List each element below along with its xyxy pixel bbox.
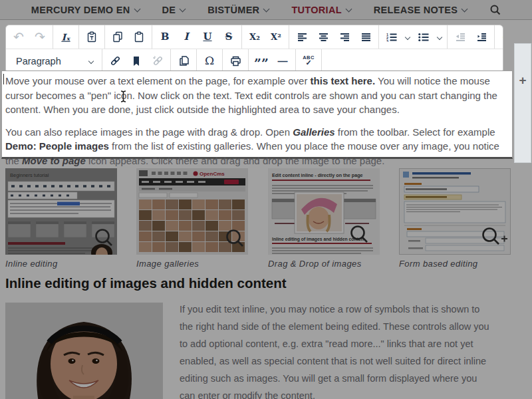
unlink-icon <box>152 55 164 66</box>
bookmark-icon <box>132 56 141 66</box>
print-button[interactable] <box>225 49 246 72</box>
edit-point-bar: + <box>514 43 531 163</box>
undo-icon: ↶ <box>13 31 24 43</box>
source-code-button[interactable]: <> <box>497 25 503 49</box>
nav-item-mercury-demo-en[interactable]: MERCURY DEMO EN <box>31 5 140 15</box>
strikethrough-button[interactable]: S <box>218 25 239 49</box>
paragraph-format-select[interactable]: Paragraph <box>8 56 100 66</box>
chevron-down-icon <box>462 5 468 12</box>
chevron-down-icon <box>345 5 352 12</box>
blockquote-button[interactable]: ”” <box>251 49 272 72</box>
bullet-list-icon <box>418 33 429 42</box>
inline-editing-thumbnail[interactable]: Beginners tutorial <box>5 168 117 255</box>
undo-button[interactable]: ↶ <box>8 25 29 49</box>
nav-item-de[interactable]: DE <box>162 5 186 15</box>
drag-drop-thumbnail[interactable]: Edit content inline - directly on the pa… <box>268 168 380 255</box>
gallery-caption: Form based editing <box>399 259 511 269</box>
justify-icon <box>361 33 371 42</box>
paste-as-text-button[interactable] <box>81 25 102 49</box>
search-button[interactable] <box>489 4 501 15</box>
ordered-list-options-button[interactable] <box>402 25 413 49</box>
unlink-button[interactable] <box>147 49 168 72</box>
nav-item-label: MERCURY DEMO EN <box>31 5 130 15</box>
insert-link-button[interactable] <box>104 49 126 72</box>
gallery-item-inline-editing: Beginners tutorial <box>5 168 117 269</box>
paste-button[interactable] <box>128 25 150 49</box>
bold-button[interactable]: B <box>154 25 176 49</box>
nav-item-release-notes[interactable]: RELEASE NOTES <box>374 5 467 15</box>
align-right-icon <box>340 33 350 42</box>
gallery-item-form-editing: Form based editing <box>399 168 511 269</box>
bullet-list-options-button[interactable] <box>434 25 445 49</box>
ordered-list-icon: 123 <box>386 33 397 42</box>
editor-toolbar: ↶ ↷ Iₓ <box>5 25 503 73</box>
omega-icon: Ω <box>205 55 214 66</box>
svg-text:Edit content inline - directly: Edit content inline - directly on the pa… <box>272 172 363 178</box>
align-center-icon <box>319 33 329 42</box>
superscript-icon: X² <box>271 33 281 41</box>
svg-text:OpenCms: OpenCms <box>200 171 225 177</box>
insert-template-button[interactable] <box>173 49 194 72</box>
image-galleries-thumbnail[interactable]: OpenCms <box>136 168 248 255</box>
svg-text:Inline editing of images and h: Inline editing of images and hidden cont… <box>272 237 364 242</box>
bullet-list-button[interactable] <box>413 25 434 49</box>
svg-text:3: 3 <box>386 39 388 42</box>
outdent-button[interactable] <box>450 25 471 49</box>
ordered-list-button[interactable]: 123 <box>381 25 402 49</box>
print-icon <box>230 56 241 66</box>
strikethrough-icon: S <box>225 32 233 42</box>
underline-button[interactable]: U <box>197 25 218 49</box>
chevron-down-icon <box>88 58 94 63</box>
horizontal-rule-button[interactable]: ― <box>272 49 293 72</box>
subscript-icon: X₂ <box>249 33 260 41</box>
code-icon: <> <box>503 33 503 42</box>
paste-icon <box>134 31 144 43</box>
align-left-icon <box>297 33 307 42</box>
nav-item-label: RELEASE NOTES <box>374 5 458 15</box>
gallery-item-image-galleries: OpenCms Image galleries <box>136 168 248 269</box>
clear-formatting-button[interactable]: Iₓ <box>55 25 76 49</box>
italic-button[interactable]: I <box>176 25 197 49</box>
superscript-button[interactable]: X² <box>265 25 287 49</box>
editable-text[interactable]: Move your mouse over a text element on t… <box>5 74 509 168</box>
align-center-button[interactable] <box>313 25 334 49</box>
gallery-caption: Inline editing <box>5 259 117 269</box>
chevron-down-icon <box>134 5 140 12</box>
nav-item-tutorial[interactable]: TUTORIAL <box>291 5 350 15</box>
chevron-down-icon <box>437 34 442 39</box>
italic-icon: I <box>184 32 188 42</box>
indent-button[interactable] <box>471 25 492 49</box>
blockquote-icon: ”” <box>254 56 269 66</box>
paragraph-format-value: Paragraph <box>16 56 61 66</box>
align-left-button[interactable] <box>291 25 313 49</box>
subscript-button[interactable]: X₂ <box>244 25 265 49</box>
woman-portrait-image[interactable] <box>5 303 163 399</box>
special-character-button[interactable]: Ω <box>199 49 220 72</box>
redo-button[interactable]: ↷ <box>29 25 51 49</box>
copy-button[interactable] <box>107 25 128 49</box>
copy-icon <box>112 31 123 43</box>
chevron-down-icon <box>405 34 410 39</box>
justify-button[interactable] <box>355 25 376 49</box>
outdent-icon <box>456 33 466 42</box>
svg-text:Beginners tutorial: Beginners tutorial <box>10 172 49 178</box>
top-nav: MERCURY DEMO EN DE BISTÜMER TUTORIAL REL… <box>0 0 532 20</box>
add-content-button[interactable]: + <box>515 73 531 88</box>
text-caret <box>3 74 4 84</box>
ibeam-cursor <box>119 90 128 103</box>
anchor-button[interactable] <box>126 49 147 72</box>
clear-formatting-icon: Iₓ <box>61 33 70 42</box>
chevron-down-icon <box>263 5 270 12</box>
align-right-button[interactable] <box>334 25 355 49</box>
redo-icon: ↷ <box>35 31 45 43</box>
underline-icon: U <box>203 32 211 42</box>
spellcheck-button[interactable]: ABC ✓ <box>298 49 319 72</box>
horizontal-rule-icon: ― <box>278 56 288 66</box>
nav-item-label: DE <box>162 5 176 15</box>
nav-item-bistuemer[interactable]: BISTÜMER <box>207 5 269 15</box>
inline-edit-area[interactable]: Move your mouse over a text element on t… <box>1 70 513 159</box>
form-editing-thumbnail[interactable] <box>399 168 511 255</box>
nav-item-label: BISTÜMER <box>207 5 259 15</box>
paste-text-icon <box>86 31 97 43</box>
gallery-caption: Image galleries <box>136 259 248 269</box>
